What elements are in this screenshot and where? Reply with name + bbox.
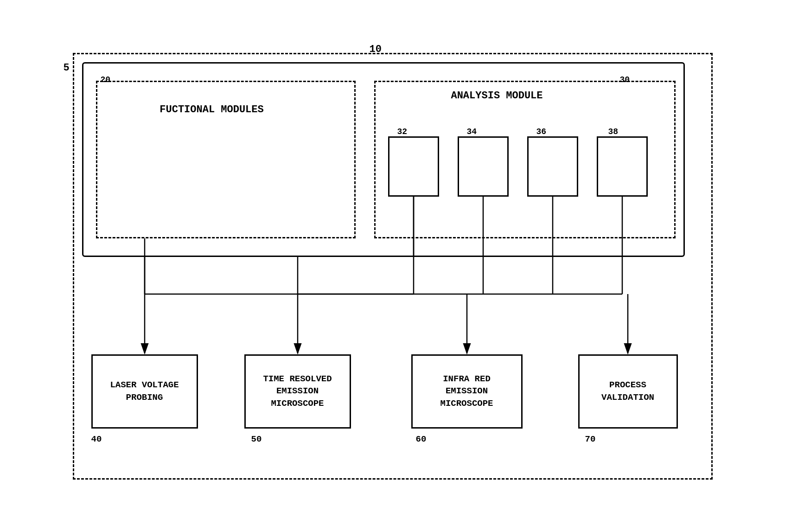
label-34: 34 — [467, 127, 477, 136]
label-32: 32 — [397, 127, 408, 136]
process-validation-text: PROCESSVALIDATION — [601, 379, 654, 404]
label-10: 10 — [370, 44, 382, 55]
label-38: 38 — [608, 127, 619, 136]
functional-modules-title: FUCTIONAL MODULES — [119, 104, 305, 115]
analysis-module-title: ANALYSIS MODULE — [416, 90, 578, 102]
laser-voltage-probing-box: LASER VOLTAGEPROBING — [91, 354, 198, 429]
label-36: 36 — [536, 127, 547, 136]
label-60: 60 — [416, 434, 427, 444]
diagram: 5 10 20 FUCTIONAL MODULES 30 ANALYSIS MO… — [45, 34, 740, 498]
label-30: 30 — [620, 75, 630, 84]
label-5: 5 — [64, 62, 70, 74]
time-resolved-emission-text: TIME RESOLVEDEMISSIONMICROSCOPE — [263, 373, 332, 410]
time-resolved-emission-box: TIME RESOLVEDEMISSIONMICROSCOPE — [244, 354, 351, 429]
process-validation-box: PROCESSVALIDATION — [578, 354, 678, 429]
module-box-32 — [388, 136, 439, 197]
module-box-38 — [597, 136, 648, 197]
infra-red-emission-box: INFRA REDEMISSIONMICROSCOPE — [411, 354, 523, 429]
label-40: 40 — [91, 434, 102, 444]
label-70: 70 — [585, 434, 596, 444]
label-20: 20 — [101, 75, 111, 84]
label-50: 50 — [251, 434, 262, 444]
infra-red-emission-text: INFRA REDEMISSIONMICROSCOPE — [440, 373, 493, 410]
module-box-36 — [527, 136, 578, 197]
laser-voltage-probing-text: LASER VOLTAGEPROBING — [110, 379, 179, 404]
module-box-34 — [458, 136, 509, 197]
